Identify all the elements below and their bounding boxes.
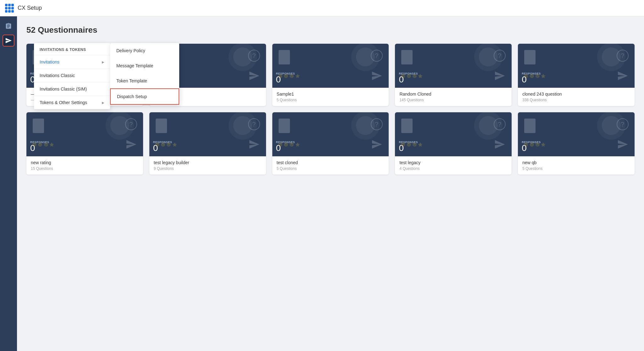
sidebar (0, 16, 17, 351)
card-name-test-legacy-builder: test legacy builder (154, 160, 262, 165)
main-layout: 52 Questionnaires ? RESPONSES 0 — (0, 16, 644, 351)
app-grid-icon[interactable] (5, 4, 14, 13)
submenu-message-template[interactable]: Message Template (110, 58, 179, 73)
card-questions-test-legacy-builder: 9 Questions (154, 166, 262, 171)
card-name-new-qb: new qb (522, 160, 630, 165)
menu-item-invitations[interactable]: Invitations ▶ (34, 55, 110, 69)
svg-text:?: ? (621, 121, 624, 128)
submenu-delivery-policy[interactable]: Delivery Policy (110, 43, 179, 58)
left-panel: Invitations & Tokens Invitations ▶ Invit… (34, 43, 110, 109)
page-title: 52 Questionnaires (26, 25, 635, 35)
topbar: CX Setup (0, 0, 644, 16)
card-random-cloned[interactable]: ? 😊 😐 😢 ⭐ RESPONSES 0 Random Cloned 145 … (395, 44, 512, 106)
questionnaire-label: Questionnaires (38, 25, 97, 35)
svg-text:?: ? (129, 121, 133, 128)
card-name-cloned243: cloned 243 question (522, 92, 630, 97)
svg-text:?: ? (252, 121, 256, 128)
card-new-qb[interactable]: ? 😊 😐 😢 ⭐ RESPONSES 0 new qb 5 Questions (518, 112, 635, 175)
card-questions-random-cloned: 145 Questions (399, 98, 507, 102)
menu-item-invitations-classic[interactable]: Invitations Classic (34, 69, 110, 82)
card-name-new-rating: new rating (31, 160, 139, 165)
svg-text:?: ? (375, 52, 378, 59)
card-test-legacy[interactable]: ? 😊 😐 😢 ⭐ RESPONSES 0 test legacy 4 Ques… (395, 112, 512, 175)
menu-item-tokens-other[interactable]: Tokens & Other Settings ▶ (34, 96, 110, 109)
svg-text:?: ? (498, 121, 501, 128)
submenu-dispatch-setup[interactable]: Dispatch Setup (110, 88, 179, 105)
svg-rect-28 (279, 119, 290, 133)
card-new-rating[interactable]: ? 😊 😐 😢 ⭐ RESPONSES 0 new rating 15 Ques… (26, 112, 143, 175)
card-test-legacy-builder[interactable]: ? 😊 😐 😢 ⭐ RESPONSES 0 test legacy builde… (149, 112, 266, 175)
card-name-test-legacy: test legacy (399, 160, 507, 165)
card-questions-new-rating: 15 Questions (31, 166, 139, 171)
card-questions-test-cloned: 5 Questions (277, 166, 385, 171)
questionnaire-count: 52 (26, 25, 36, 35)
clipboard-sidebar-icon[interactable] (3, 20, 14, 32)
svg-rect-25 (156, 119, 167, 133)
submenu-token-template[interactable]: Token Template (110, 73, 179, 88)
card-cloned-243[interactable]: ? 😊 😐 😢 ⭐ RESPONSES 0 cloned 243 questio… (518, 44, 635, 106)
right-submenu: Delivery Policy Message Template Token T… (110, 43, 179, 105)
svg-rect-34 (524, 119, 536, 133)
chevron-right-icon: ▶ (102, 60, 104, 64)
svg-rect-19 (524, 50, 536, 64)
card-name-random-cloned: Random Cloned (399, 92, 507, 97)
card-test-cloned[interactable]: ? 😊 😐 😢 ⭐ RESPONSES 0 test cloned 5 Ques… (272, 112, 389, 175)
card-questions-sample1: 5 Questions (277, 98, 385, 102)
svg-text:?: ? (375, 121, 378, 128)
card-questions-test-legacy: 4 Questions (399, 166, 507, 171)
left-panel-header: Invitations & Tokens (34, 43, 110, 55)
card-questions-cloned243: 338 Questions (522, 98, 630, 102)
card-sample1[interactable]: ? 😊 😐 😢 ⭐ RESPONSES 0 Sample1 5 Question… (272, 44, 389, 106)
svg-rect-9 (279, 50, 290, 64)
svg-text:?: ? (252, 52, 256, 59)
svg-text:?: ? (498, 52, 501, 59)
card-questions-new-qb: 5 Questions (522, 166, 630, 171)
menu-item-invitations-classic-sim[interactable]: Invitations Classic (SIM) (34, 82, 110, 96)
content-area: 52 Questionnaires ? RESPONSES 0 — (17, 16, 644, 351)
card-name-test-cloned: test cloned (277, 160, 385, 165)
invitations-sidebar-icon[interactable] (3, 35, 14, 47)
card-name-sample1: Sample1 (277, 92, 385, 97)
svg-text:?: ? (621, 52, 624, 59)
svg-rect-14 (401, 50, 413, 64)
svg-rect-22 (33, 119, 44, 133)
chevron-right-icon-2: ▶ (102, 101, 104, 104)
app-title: CX Setup (18, 5, 42, 11)
svg-rect-31 (401, 119, 413, 133)
